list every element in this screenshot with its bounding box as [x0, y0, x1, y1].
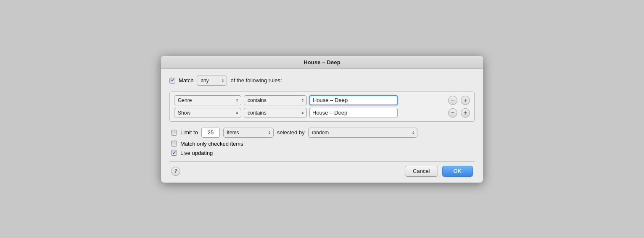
- dialog-title: House – Deep: [304, 59, 340, 65]
- match-label: Match: [179, 77, 193, 84]
- limit-row: Limit to items hours GB MB selected by r…: [171, 128, 473, 138]
- items-select[interactable]: items hours GB MB: [223, 128, 274, 138]
- rule2-remove-button[interactable]: −: [448, 108, 457, 118]
- rule2-value-input[interactable]: [309, 108, 398, 118]
- rule2-operator-select[interactable]: contains does not contain is is not: [244, 108, 307, 118]
- bottom-bar: ? Cancel OK: [169, 166, 475, 177]
- match-only-row: Match only checked items: [171, 141, 473, 147]
- rule1-operator-select[interactable]: contains does not contain is is not: [244, 95, 307, 105]
- live-updating-checkbox[interactable]: [171, 150, 177, 156]
- following-rules-label: of the following rules:: [230, 77, 282, 84]
- limit-value-input[interactable]: [201, 128, 220, 138]
- live-updating-label: Live updating: [180, 150, 213, 156]
- limit-checkbox[interactable]: [171, 130, 177, 136]
- match-only-label: Match only checked items: [180, 141, 243, 147]
- ok-button[interactable]: OK: [442, 166, 473, 177]
- dialog-body: Match any all of the following rules: Ge…: [161, 69, 483, 183]
- action-buttons: Cancel OK: [405, 166, 473, 177]
- help-button[interactable]: ?: [171, 167, 180, 176]
- live-updating-row: Live updating: [171, 150, 473, 156]
- limit-label: Limit to: [180, 129, 198, 136]
- rules-section: Genre Show Artist Album contains does no…: [169, 92, 475, 122]
- random-select[interactable]: random album artist genre title rating p…: [308, 128, 417, 138]
- match-any-select[interactable]: any all: [197, 76, 227, 86]
- rule1-add-button[interactable]: +: [461, 96, 470, 105]
- match-checkbox[interactable]: [169, 78, 175, 84]
- cancel-button[interactable]: Cancel: [405, 166, 438, 177]
- rule1-remove-button[interactable]: −: [448, 96, 457, 105]
- rule1-value-input[interactable]: [309, 95, 398, 105]
- match-only-checkbox[interactable]: [171, 141, 177, 146]
- rule-row: Genre Show Artist Album contains does no…: [174, 108, 470, 118]
- rule2-add-button[interactable]: +: [461, 108, 470, 118]
- separator: [169, 161, 475, 162]
- dialog-window: House – Deep Match any all of the follow…: [161, 56, 483, 183]
- rule2-field-select[interactable]: Genre Show Artist Album: [174, 108, 241, 118]
- rule1-field-select[interactable]: Genre Show Artist Album: [174, 95, 241, 105]
- rule-row: Genre Show Artist Album contains does no…: [174, 95, 470, 105]
- title-bar: House – Deep: [161, 56, 483, 69]
- options-section: Limit to items hours GB MB selected by r…: [169, 128, 475, 156]
- selected-by-label: selected by: [277, 129, 305, 136]
- match-row: Match any all of the following rules:: [169, 76, 475, 86]
